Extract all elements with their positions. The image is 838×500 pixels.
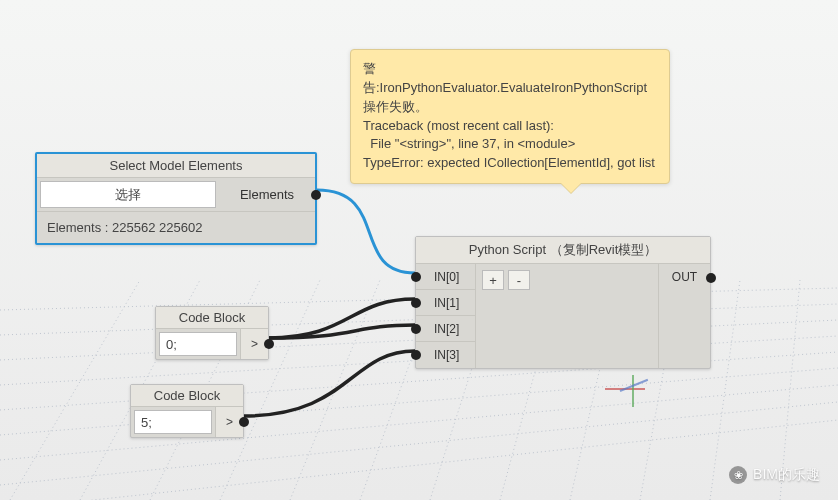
output-port[interactable] [239,417,249,427]
output-port[interactable] [311,190,321,200]
node-title: Python Script （复制Revit模型） [416,237,710,264]
node-title: Code Block [131,385,243,407]
select-button[interactable]: 选择 [40,181,216,208]
error-text: 警告:IronPythonEvaluator.EvaluateIronPytho… [363,61,655,170]
input-port-1[interactable]: IN[1] [416,290,475,316]
node-code-block-1[interactable]: Code Block 0; > [155,306,269,360]
output-label: OUT [658,264,710,368]
output-port[interactable] [264,339,274,349]
selection-info: Elements : 225562 225602 [37,212,315,243]
svg-line-12 [290,280,380,500]
svg-line-1 [0,368,838,435]
axis-z [632,375,634,407]
input-port-3[interactable]: IN[3] [416,342,475,368]
watermark: ❀ BIM的乐趣 [729,466,820,484]
output-label: Elements [219,178,315,211]
svg-line-0 [0,385,838,460]
wechat-icon: ❀ [729,466,747,484]
node-title: Select Model Elements [37,154,315,178]
node-python-script[interactable]: Python Script （复制Revit模型） IN[0] IN[1] IN… [415,236,711,369]
output-label: > [215,407,243,437]
code-input[interactable]: 5; [134,410,212,434]
input-port-0[interactable]: IN[0] [416,264,475,290]
svg-line-8 [0,420,838,500]
svg-line-20 [10,280,140,500]
remove-port-button[interactable]: - [508,270,530,290]
output-port[interactable] [706,273,716,283]
output-label: > [240,329,268,359]
node-select-model-elements[interactable]: Select Model Elements 选择 Elements Elemen… [35,152,317,245]
node-code-block-2[interactable]: Code Block 5; > [130,384,244,438]
error-tooltip: 警告:IronPythonEvaluator.EvaluateIronPytho… [350,49,670,184]
input-ports: IN[0] IN[1] IN[2] IN[3] [416,264,476,368]
input-port-2[interactable]: IN[2] [416,316,475,342]
add-port-button[interactable]: + [482,270,504,290]
node-center: + - [476,264,658,368]
node-title: Code Block [156,307,268,329]
code-input[interactable]: 0; [159,332,237,356]
svg-line-7 [0,402,838,485]
